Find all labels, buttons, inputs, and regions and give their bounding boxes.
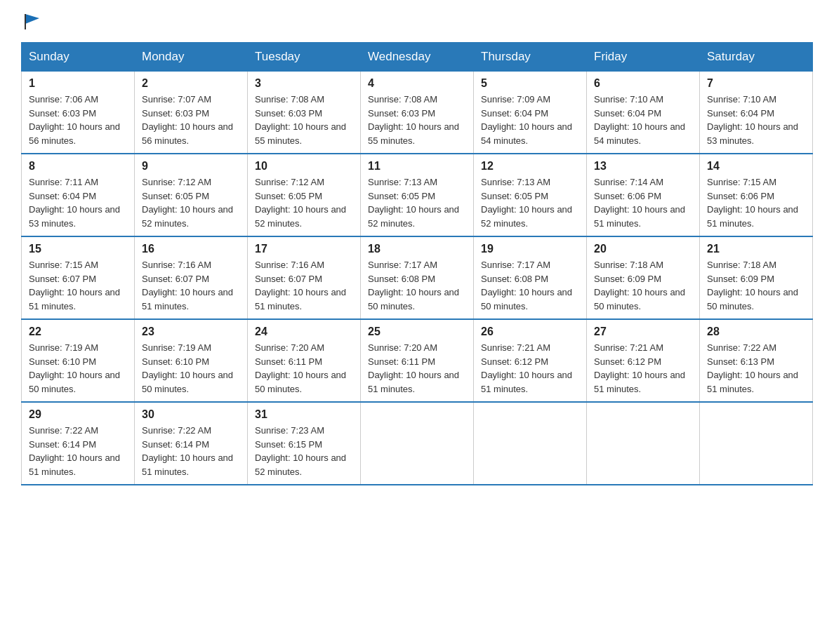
- day-number: 15: [29, 243, 127, 255]
- day-info: Sunrise: 7:12 AMSunset: 6:05 PMDaylight:…: [255, 177, 346, 229]
- calendar-header-tuesday: Tuesday: [248, 43, 361, 72]
- calendar-cell: 10 Sunrise: 7:12 AMSunset: 6:05 PMDaylig…: [248, 154, 361, 236]
- day-number: 28: [707, 326, 805, 338]
- day-number: 18: [368, 243, 466, 255]
- calendar-cell: 22 Sunrise: 7:19 AMSunset: 6:10 PMDaylig…: [22, 319, 135, 402]
- calendar-week-row: 8 Sunrise: 7:11 AMSunset: 6:04 PMDayligh…: [22, 154, 813, 236]
- calendar-cell: 14 Sunrise: 7:15 AMSunset: 6:06 PMDaylig…: [700, 154, 813, 236]
- day-info: Sunrise: 7:09 AMSunset: 6:04 PMDaylight:…: [481, 94, 572, 146]
- day-number: 4: [368, 77, 466, 90]
- day-info: Sunrise: 7:14 AMSunset: 6:06 PMDaylight:…: [594, 177, 685, 229]
- day-info: Sunrise: 7:10 AMSunset: 6:04 PMDaylight:…: [594, 94, 685, 146]
- day-info: Sunrise: 7:12 AMSunset: 6:05 PMDaylight:…: [142, 177, 233, 229]
- day-info: Sunrise: 7:06 AMSunset: 6:03 PMDaylight:…: [29, 94, 120, 146]
- day-info: Sunrise: 7:13 AMSunset: 6:05 PMDaylight:…: [368, 177, 459, 229]
- day-info: Sunrise: 7:15 AMSunset: 6:07 PMDaylight:…: [29, 260, 120, 311]
- calendar-cell: 11 Sunrise: 7:13 AMSunset: 6:05 PMDaylig…: [361, 154, 474, 236]
- day-number: 23: [142, 326, 240, 338]
- calendar-week-row: 29 Sunrise: 7:22 AMSunset: 6:14 PMDaylig…: [22, 402, 813, 485]
- calendar-week-row: 22 Sunrise: 7:19 AMSunset: 6:10 PMDaylig…: [22, 319, 813, 402]
- calendar-cell: 15 Sunrise: 7:15 AMSunset: 6:07 PMDaylig…: [22, 236, 135, 319]
- day-number: 26: [481, 326, 579, 338]
- day-number: 16: [142, 243, 240, 255]
- day-info: Sunrise: 7:22 AMSunset: 6:13 PMDaylight:…: [707, 342, 798, 394]
- day-info: Sunrise: 7:20 AMSunset: 6:11 PMDaylight:…: [255, 342, 346, 394]
- day-number: 10: [255, 160, 353, 173]
- calendar-cell: 2 Sunrise: 7:07 AMSunset: 6:03 PMDayligh…: [135, 72, 248, 154]
- calendar-cell: 24 Sunrise: 7:20 AMSunset: 6:11 PMDaylig…: [248, 319, 361, 402]
- calendar-header-sunday: Sunday: [22, 43, 135, 72]
- day-number: 8: [29, 160, 127, 173]
- calendar-cell: 25 Sunrise: 7:20 AMSunset: 6:11 PMDaylig…: [361, 319, 474, 402]
- calendar-cell: 4 Sunrise: 7:08 AMSunset: 6:03 PMDayligh…: [361, 72, 474, 154]
- day-number: 5: [481, 77, 579, 90]
- calendar-cell: 31 Sunrise: 7:23 AMSunset: 6:15 PMDaylig…: [248, 402, 361, 485]
- day-number: 1: [29, 77, 127, 90]
- day-number: 31: [255, 408, 353, 421]
- calendar-header-row: SundayMondayTuesdayWednesdayThursdayFrid…: [22, 43, 813, 72]
- calendar-cell: 6 Sunrise: 7:10 AMSunset: 6:04 PMDayligh…: [587, 72, 700, 154]
- day-info: Sunrise: 7:19 AMSunset: 6:10 PMDaylight:…: [29, 342, 120, 394]
- day-number: 22: [29, 326, 127, 338]
- day-number: 7: [707, 77, 805, 90]
- day-info: Sunrise: 7:13 AMSunset: 6:05 PMDaylight:…: [481, 177, 572, 229]
- day-number: 27: [594, 326, 692, 338]
- day-number: 14: [707, 160, 805, 173]
- day-number: 24: [255, 326, 353, 338]
- page-header: [21, 14, 813, 31]
- day-number: 11: [368, 160, 466, 173]
- day-number: 19: [481, 243, 579, 255]
- calendar-cell: 20 Sunrise: 7:18 AMSunset: 6:09 PMDaylig…: [587, 236, 700, 319]
- calendar-cell: 7 Sunrise: 7:10 AMSunset: 6:04 PMDayligh…: [700, 72, 813, 154]
- day-info: Sunrise: 7:21 AMSunset: 6:12 PMDaylight:…: [594, 342, 685, 394]
- calendar-cell: 19 Sunrise: 7:17 AMSunset: 6:08 PMDaylig…: [474, 236, 587, 319]
- day-number: 13: [594, 160, 692, 173]
- day-info: Sunrise: 7:17 AMSunset: 6:08 PMDaylight:…: [368, 260, 459, 311]
- day-info: Sunrise: 7:18 AMSunset: 6:09 PMDaylight:…: [594, 260, 685, 311]
- calendar-cell: 5 Sunrise: 7:09 AMSunset: 6:04 PMDayligh…: [474, 72, 587, 154]
- calendar-cell: 8 Sunrise: 7:11 AMSunset: 6:04 PMDayligh…: [22, 154, 135, 236]
- day-info: Sunrise: 7:18 AMSunset: 6:09 PMDaylight:…: [707, 260, 798, 311]
- calendar-header-friday: Friday: [587, 43, 700, 72]
- logo-flag-icon: [22, 11, 42, 31]
- day-info: Sunrise: 7:22 AMSunset: 6:14 PMDaylight:…: [29, 425, 120, 477]
- day-info: Sunrise: 7:11 AMSunset: 6:04 PMDaylight:…: [29, 177, 120, 229]
- calendar-cell: [474, 402, 587, 485]
- calendar-table: SundayMondayTuesdayWednesdayThursdayFrid…: [21, 42, 813, 485]
- day-info: Sunrise: 7:16 AMSunset: 6:07 PMDaylight:…: [255, 260, 346, 311]
- calendar-cell: 23 Sunrise: 7:19 AMSunset: 6:10 PMDaylig…: [135, 319, 248, 402]
- day-info: Sunrise: 7:07 AMSunset: 6:03 PMDaylight:…: [142, 94, 233, 146]
- calendar-cell: 18 Sunrise: 7:17 AMSunset: 6:08 PMDaylig…: [361, 236, 474, 319]
- day-number: 25: [368, 326, 466, 338]
- calendar-cell: 1 Sunrise: 7:06 AMSunset: 6:03 PMDayligh…: [22, 72, 135, 154]
- calendar-cell: [361, 402, 474, 485]
- day-number: 21: [707, 243, 805, 255]
- day-number: 12: [481, 160, 579, 173]
- calendar-cell: 9 Sunrise: 7:12 AMSunset: 6:05 PMDayligh…: [135, 154, 248, 236]
- calendar-cell: [587, 402, 700, 485]
- day-info: Sunrise: 7:17 AMSunset: 6:08 PMDaylight:…: [481, 260, 572, 311]
- calendar-cell: 3 Sunrise: 7:08 AMSunset: 6:03 PMDayligh…: [248, 72, 361, 154]
- day-info: Sunrise: 7:15 AMSunset: 6:06 PMDaylight:…: [707, 177, 798, 229]
- calendar-cell: 26 Sunrise: 7:21 AMSunset: 6:12 PMDaylig…: [474, 319, 587, 402]
- calendar-week-row: 15 Sunrise: 7:15 AMSunset: 6:07 PMDaylig…: [22, 236, 813, 319]
- day-number: 3: [255, 77, 353, 90]
- day-number: 30: [142, 408, 240, 421]
- calendar-cell: 13 Sunrise: 7:14 AMSunset: 6:06 PMDaylig…: [587, 154, 700, 236]
- day-number: 29: [29, 408, 127, 421]
- calendar-cell: [700, 402, 813, 485]
- day-info: Sunrise: 7:20 AMSunset: 6:11 PMDaylight:…: [368, 342, 459, 394]
- calendar-cell: 17 Sunrise: 7:16 AMSunset: 6:07 PMDaylig…: [248, 236, 361, 319]
- logo: [21, 14, 42, 31]
- calendar-cell: 16 Sunrise: 7:16 AMSunset: 6:07 PMDaylig…: [135, 236, 248, 319]
- day-number: 20: [594, 243, 692, 255]
- day-number: 2: [142, 77, 240, 90]
- day-info: Sunrise: 7:16 AMSunset: 6:07 PMDaylight:…: [142, 260, 233, 311]
- calendar-cell: 29 Sunrise: 7:22 AMSunset: 6:14 PMDaylig…: [22, 402, 135, 485]
- calendar-header-monday: Monday: [135, 43, 248, 72]
- calendar-header-saturday: Saturday: [700, 43, 813, 72]
- day-info: Sunrise: 7:22 AMSunset: 6:14 PMDaylight:…: [142, 425, 233, 477]
- calendar-cell: 27 Sunrise: 7:21 AMSunset: 6:12 PMDaylig…: [587, 319, 700, 402]
- day-info: Sunrise: 7:21 AMSunset: 6:12 PMDaylight:…: [481, 342, 572, 394]
- day-info: Sunrise: 7:08 AMSunset: 6:03 PMDaylight:…: [368, 94, 459, 146]
